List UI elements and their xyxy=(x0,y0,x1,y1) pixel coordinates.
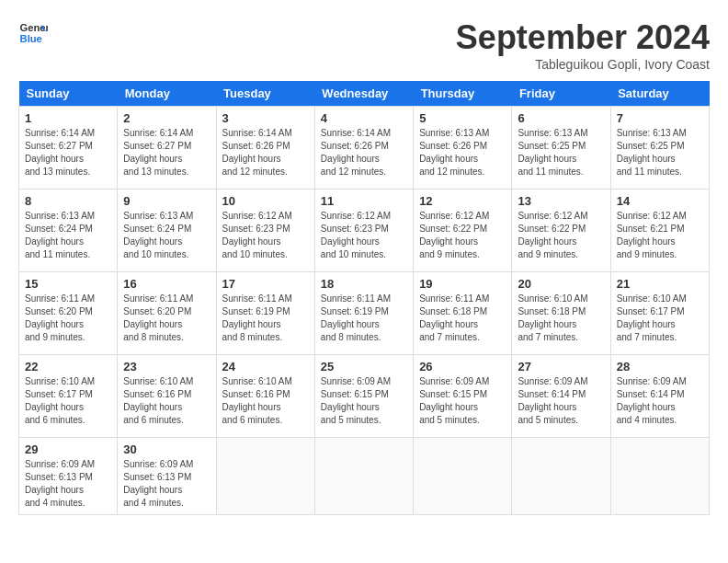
table-row: 10 Sunrise: 6:12 AMSunset: 6:23 PMDaylig… xyxy=(216,190,314,272)
day-number: 28 xyxy=(617,360,703,373)
table-row: 13 Sunrise: 6:12 AMSunset: 6:22 PMDaylig… xyxy=(512,190,610,272)
weekday-header-row: Sunday Monday Tuesday Wednesday Thursday… xyxy=(19,81,710,107)
day-detail: Sunrise: 6:11 AMSunset: 6:19 PMDaylight … xyxy=(222,293,309,344)
table-row: 28 Sunrise: 6:09 AMSunset: 6:14 PMDaylig… xyxy=(610,355,709,438)
day-detail: Sunrise: 6:13 AMSunset: 6:26 PMDaylight … xyxy=(419,127,506,178)
day-detail: Sunrise: 6:14 AMSunset: 6:27 PMDaylight … xyxy=(123,127,210,178)
day-number: 18 xyxy=(321,277,407,291)
day-detail: Sunrise: 6:11 AMSunset: 6:20 PMDaylight … xyxy=(25,293,111,344)
header-friday: Friday xyxy=(512,81,610,107)
table-row: 29 Sunrise: 6:09 AMSunset: 6:13 PMDaylig… xyxy=(19,438,118,515)
day-number: 30 xyxy=(123,442,210,456)
calendar-week-row: 22 Sunrise: 6:10 AMSunset: 6:17 PMDaylig… xyxy=(19,355,710,438)
day-detail: Sunrise: 6:12 AMSunset: 6:23 PMDaylight … xyxy=(222,210,309,261)
table-row: 6 Sunrise: 6:13 AMSunset: 6:25 PMDayligh… xyxy=(512,107,610,190)
table-row: 5 Sunrise: 6:13 AMSunset: 6:26 PMDayligh… xyxy=(414,107,512,190)
day-number: 5 xyxy=(419,111,506,125)
day-detail: Sunrise: 6:14 AMSunset: 6:27 PMDaylight … xyxy=(25,127,111,178)
day-detail: Sunrise: 6:13 AMSunset: 6:24 PMDaylight … xyxy=(123,210,210,261)
table-row xyxy=(414,438,512,515)
day-number: 15 xyxy=(25,277,111,291)
day-detail: Sunrise: 6:11 AMSunset: 6:18 PMDaylight … xyxy=(419,293,506,344)
calendar-subtitle: Tableguikou Gopli, Ivory Coast xyxy=(456,57,710,72)
day-number: 16 xyxy=(123,277,210,291)
day-detail: Sunrise: 6:12 AMSunset: 6:22 PMDaylight … xyxy=(419,210,506,261)
logo: General Blue xyxy=(18,18,48,48)
table-row: 4 Sunrise: 6:14 AMSunset: 6:26 PMDayligh… xyxy=(314,107,413,190)
calendar-title: September 2024 xyxy=(456,18,710,57)
table-row xyxy=(314,438,413,515)
svg-text:Blue: Blue xyxy=(20,33,42,44)
day-detail: Sunrise: 6:10 AMSunset: 6:18 PMDaylight … xyxy=(518,293,604,344)
day-detail: Sunrise: 6:13 AMSunset: 6:25 PMDaylight … xyxy=(518,127,604,178)
day-detail: Sunrise: 6:09 AMSunset: 6:15 PMDaylight … xyxy=(321,375,407,427)
table-row: 2 Sunrise: 6:14 AMSunset: 6:27 PMDayligh… xyxy=(118,107,216,190)
day-number: 19 xyxy=(419,277,506,291)
day-detail: Sunrise: 6:10 AMSunset: 6:16 PMDaylight … xyxy=(123,375,210,427)
day-detail: Sunrise: 6:09 AMSunset: 6:15 PMDaylight … xyxy=(419,375,506,427)
table-row xyxy=(216,438,314,515)
table-row: 15 Sunrise: 6:11 AMSunset: 6:20 PMDaylig… xyxy=(19,272,118,355)
title-section: September 2024 Tableguikou Gopli, Ivory … xyxy=(456,18,710,72)
day-detail: Sunrise: 6:10 AMSunset: 6:17 PMDaylight … xyxy=(617,293,703,344)
table-row: 11 Sunrise: 6:12 AMSunset: 6:23 PMDaylig… xyxy=(314,190,413,272)
table-row: 14 Sunrise: 6:12 AMSunset: 6:21 PMDaylig… xyxy=(610,190,709,272)
day-detail: Sunrise: 6:11 AMSunset: 6:19 PMDaylight … xyxy=(321,293,407,344)
day-number: 17 xyxy=(222,277,309,291)
table-row: 20 Sunrise: 6:10 AMSunset: 6:18 PMDaylig… xyxy=(512,272,610,355)
day-number: 12 xyxy=(419,194,506,208)
table-row: 26 Sunrise: 6:09 AMSunset: 6:15 PMDaylig… xyxy=(414,355,512,438)
header-saturday: Saturday xyxy=(610,81,709,107)
table-row: 16 Sunrise: 6:11 AMSunset: 6:20 PMDaylig… xyxy=(118,272,216,355)
day-number: 11 xyxy=(321,194,407,208)
calendar-week-row: 1 Sunrise: 6:14 AMSunset: 6:27 PMDayligh… xyxy=(19,107,710,190)
logo-icon: General Blue xyxy=(18,18,48,48)
header-tuesday: Tuesday xyxy=(216,81,314,107)
table-row: 30 Sunrise: 6:09 AMSunset: 6:13 PMDaylig… xyxy=(118,438,216,515)
table-row: 9 Sunrise: 6:13 AMSunset: 6:24 PMDayligh… xyxy=(118,190,216,272)
table-row: 19 Sunrise: 6:11 AMSunset: 6:18 PMDaylig… xyxy=(414,272,512,355)
day-number: 20 xyxy=(518,277,604,291)
day-number: 13 xyxy=(518,194,604,208)
header-wednesday: Wednesday xyxy=(314,81,413,107)
day-number: 1 xyxy=(25,111,111,125)
header-thursday: Thursday xyxy=(414,81,512,107)
day-number: 14 xyxy=(617,194,703,208)
day-number: 21 xyxy=(617,277,703,291)
table-row: 22 Sunrise: 6:10 AMSunset: 6:17 PMDaylig… xyxy=(19,355,118,438)
day-detail: Sunrise: 6:12 AMSunset: 6:22 PMDaylight … xyxy=(518,210,604,261)
day-number: 3 xyxy=(222,111,309,125)
table-row: 27 Sunrise: 6:09 AMSunset: 6:14 PMDaylig… xyxy=(512,355,610,438)
day-detail: Sunrise: 6:10 AMSunset: 6:16 PMDaylight … xyxy=(222,375,309,427)
header-monday: Monday xyxy=(118,81,216,107)
day-number: 8 xyxy=(25,194,111,208)
day-detail: Sunrise: 6:12 AMSunset: 6:21 PMDaylight … xyxy=(617,210,703,261)
day-detail: Sunrise: 6:09 AMSunset: 6:14 PMDaylight … xyxy=(518,375,604,427)
day-detail: Sunrise: 6:11 AMSunset: 6:20 PMDaylight … xyxy=(123,293,210,344)
calendar-week-row: 29 Sunrise: 6:09 AMSunset: 6:13 PMDaylig… xyxy=(19,438,710,515)
day-number: 25 xyxy=(321,360,407,373)
header-sunday: Sunday xyxy=(19,81,118,107)
table-row: 1 Sunrise: 6:14 AMSunset: 6:27 PMDayligh… xyxy=(19,107,118,190)
day-detail: Sunrise: 6:12 AMSunset: 6:23 PMDaylight … xyxy=(321,210,407,261)
table-row: 7 Sunrise: 6:13 AMSunset: 6:25 PMDayligh… xyxy=(610,107,709,190)
day-number: 6 xyxy=(518,111,604,125)
day-number: 24 xyxy=(222,360,309,373)
day-number: 26 xyxy=(419,360,506,373)
day-number: 7 xyxy=(617,111,703,125)
day-detail: Sunrise: 6:09 AMSunset: 6:13 PMDaylight … xyxy=(123,458,210,510)
day-number: 23 xyxy=(123,360,210,373)
table-row: 3 Sunrise: 6:14 AMSunset: 6:26 PMDayligh… xyxy=(216,107,314,190)
day-number: 27 xyxy=(518,360,604,373)
table-row: 24 Sunrise: 6:10 AMSunset: 6:16 PMDaylig… xyxy=(216,355,314,438)
day-detail: Sunrise: 6:10 AMSunset: 6:17 PMDaylight … xyxy=(25,375,111,427)
day-detail: Sunrise: 6:14 AMSunset: 6:26 PMDaylight … xyxy=(321,127,407,178)
day-detail: Sunrise: 6:09 AMSunset: 6:13 PMDaylight … xyxy=(25,458,111,510)
calendar-table: Sunday Monday Tuesday Wednesday Thursday… xyxy=(18,81,710,515)
table-row xyxy=(512,438,610,515)
calendar-week-row: 8 Sunrise: 6:13 AMSunset: 6:24 PMDayligh… xyxy=(19,190,710,272)
calendar-week-row: 15 Sunrise: 6:11 AMSunset: 6:20 PMDaylig… xyxy=(19,272,710,355)
day-number: 10 xyxy=(222,194,309,208)
day-number: 22 xyxy=(25,360,111,373)
table-row xyxy=(610,438,709,515)
